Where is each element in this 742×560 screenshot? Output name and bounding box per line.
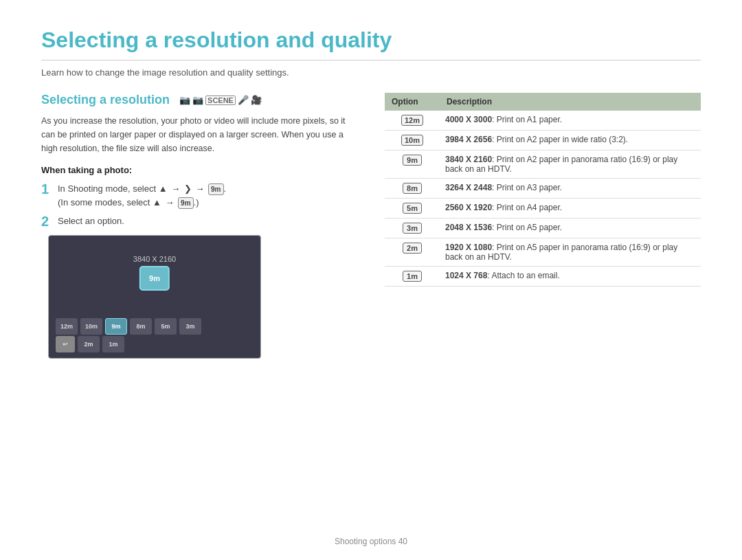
table-row: 10m3984 X 2656: Print on A2 paper in wid… (385, 131, 701, 150)
page-footer: Shooting options 40 (0, 537, 742, 546)
desc-bold-text: 3264 X 2448 (445, 183, 492, 192)
section-body-text: As you increase the resolution, your pho… (41, 114, 357, 155)
desc-bold-text: 2560 X 1920 (445, 203, 492, 212)
badge-9m-step1: 9m (208, 183, 223, 195)
table-row: 9m3840 X 2160: Print on A2 paper in pano… (385, 150, 701, 179)
res-icon-5m: 5m (403, 203, 422, 214)
table-cell-description: 1024 X 768: Attach to an email. (440, 267, 701, 287)
page-container: Selecting a resolution and quality Learn… (0, 0, 742, 560)
table-row: 3m2048 X 1536: Print on A5 paper. (385, 219, 701, 238)
step1-text: In Shooting mode, select ▲ → ❯ → 9m. (58, 183, 226, 194)
table-cell-description: 2048 X 1536: Print on A5 paper. (440, 219, 701, 238)
step2-text: Select an option. (58, 214, 124, 228)
table-cell-description: 3264 X 2448: Print on A3 paper. (440, 179, 701, 199)
prev-icon-9m-selected: 9m (105, 318, 127, 335)
prev-icon-5m: 5m (155, 318, 177, 335)
desc-bold-text: 4000 X 3000 (445, 115, 492, 124)
table-cell-icon: 12m (385, 111, 440, 131)
page-subtitle: Learn how to change the image resolution… (41, 67, 701, 78)
desc-plain-text: : Print on A4 paper. (492, 203, 562, 212)
prev-icon-2m: 2m (78, 336, 100, 352)
preview-icon-9m: 9m (139, 266, 170, 291)
table-cell-icon: 8m (385, 179, 440, 199)
table-cell-icon: 9m (385, 150, 440, 179)
step1-subtext: (In some modes, select ▲ → 9m.) (58, 197, 199, 208)
res-icon-8m: 8m (403, 183, 422, 194)
table-cell-description: 2560 X 1920: Print on A4 paper. (440, 199, 701, 219)
res-icon-9m: 9m (403, 155, 422, 166)
table-cell-icon: 1m (385, 267, 440, 287)
table-cell-description: 1920 X 1080: Print on A5 paper in panora… (440, 238, 701, 267)
prev-icon-12m: 12m (56, 318, 78, 335)
resolution-table: Option Description 12m4000 X 3000: Print… (385, 93, 701, 287)
table-cell-description: 3984 X 2656: Print on A2 paper in wide r… (440, 131, 701, 150)
step-2: 2 Select an option. (41, 213, 357, 229)
table-cell-description: 4000 X 3000: Print on A1 paper. (440, 111, 701, 131)
prev-icon-3m: 3m (179, 318, 201, 335)
prev-icon-10m: 10m (80, 318, 102, 335)
preview-selected-resolution: 3840 X 2160 9m (133, 255, 176, 291)
table-cell-icon: 10m (385, 131, 440, 150)
table-row: 12m4000 X 3000: Print on A1 paper. (385, 111, 701, 131)
table-row: 8m3264 X 2448: Print on A3 paper. (385, 179, 701, 199)
right-column: Option Description 12m4000 X 3000: Print… (385, 93, 701, 359)
desc-plain-text: : Print on A5 paper. (492, 223, 562, 232)
left-column: Selecting a resolution 📷 📷 SCENE 🎤 🎥 As … (41, 93, 357, 359)
mode-icons: 📷 📷 SCENE 🎤 🎥 (179, 95, 262, 105)
preview-icon-row2: ↩ 2m 1m (56, 336, 124, 352)
page-title: Selecting a resolution and quality (41, 27, 701, 60)
table-header-description: Description (440, 93, 701, 111)
preview-icon-row1: 12m 10m 9m 8m 5m 3m (56, 318, 201, 335)
desc-bold-text: 3840 X 2160 (445, 155, 492, 164)
table-row: 2m1920 X 1080: Print on A5 paper in pano… (385, 238, 701, 267)
res-icon-3m: 3m (403, 223, 422, 234)
desc-bold-text: 1920 X 1080 (445, 243, 492, 252)
desc-bold-text: 1024 X 768 (445, 271, 487, 280)
table-cell-icon: 2m (385, 238, 440, 267)
table-row: 1m1024 X 768: Attach to an email. (385, 267, 701, 287)
when-taking-label: When taking a photo: (41, 165, 357, 175)
table-cell-icon: 5m (385, 199, 440, 219)
prev-icon-back: ↩ (56, 336, 75, 352)
content-area: Selecting a resolution 📷 📷 SCENE 🎤 🎥 As … (41, 93, 701, 359)
badge-9m-step1b: 9m (178, 197, 193, 209)
table-row: 5m2560 X 1920: Print on A4 paper. (385, 199, 701, 219)
preview-inner: 3840 X 2160 9m 12m 10m 9m 8m 5m 3m (49, 236, 260, 358)
prev-icon-8m: 8m (130, 318, 152, 335)
res-icon-12m: 12m (401, 115, 423, 126)
step-1: 1 In Shooting mode, select ▲ → ❯ → 9m. (… (41, 181, 357, 209)
desc-bold-text: 2048 X 1536 (445, 223, 492, 232)
section-title-resolution: Selecting a resolution 📷 📷 SCENE 🎤 🎥 (41, 93, 357, 107)
res-icon-10m: 10m (401, 135, 423, 146)
prev-icon-1m: 1m (102, 336, 124, 352)
table-header-option: Option (385, 93, 440, 111)
desc-plain-text: : Print on A3 paper. (492, 183, 562, 192)
desc-plain-text: : Print on A1 paper. (492, 115, 562, 124)
res-icon-1m: 1m (403, 271, 422, 282)
table-cell-description: 3840 X 2160: Print on A2 paper in panora… (440, 150, 701, 179)
preview-resolution-label: 3840 X 2160 (133, 255, 176, 263)
desc-plain-text: : Print on A2 paper in wide ratio (3:2). (492, 135, 628, 144)
res-icon-2m: 2m (403, 243, 422, 254)
desc-plain-text: : Attach to an email. (487, 271, 559, 280)
camera-preview: 3840 X 2160 9m 12m 10m 9m 8m 5m 3m (48, 235, 261, 359)
desc-bold-text: 3984 X 2656 (445, 135, 492, 144)
table-cell-icon: 3m (385, 219, 440, 238)
